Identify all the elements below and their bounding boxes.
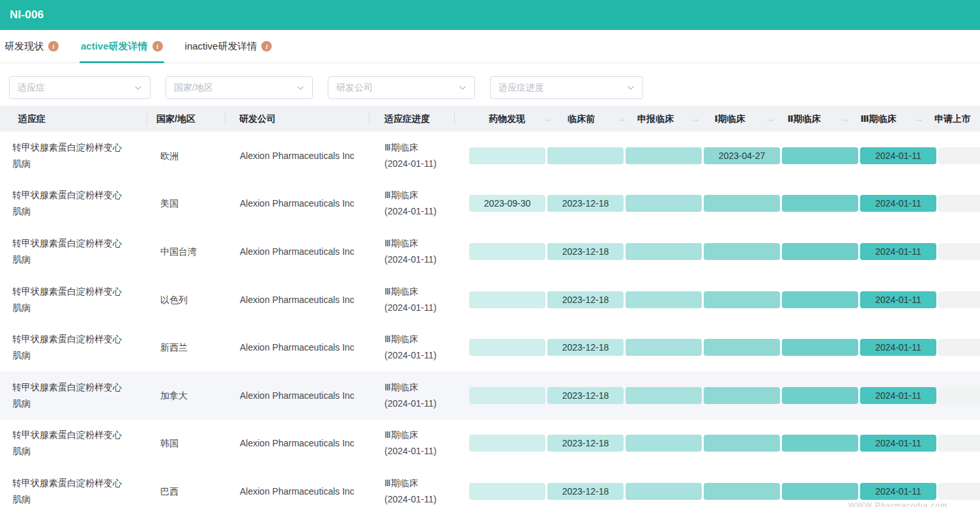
tab-active-rd-detail[interactable]: active研发详情 bbox=[79, 30, 164, 63]
phase-bar[interactable] bbox=[782, 387, 858, 404]
phase-bar[interactable]: 2024-01-11 bbox=[860, 483, 936, 500]
progress-phase: Ⅲ期临床 bbox=[384, 139, 437, 156]
phase-bar[interactable] bbox=[782, 435, 858, 452]
info-icon[interactable] bbox=[261, 41, 272, 51]
phase-bar-empty[interactable] bbox=[938, 483, 980, 500]
progress-phase: Ⅲ期临床 bbox=[384, 187, 437, 203]
tab-inactive-rd-detail[interactable]: inactive研发详情 bbox=[184, 30, 274, 63]
phase-bar[interactable]: 2023-09-30 bbox=[469, 195, 545, 212]
region-cell: 加拿大 bbox=[160, 387, 188, 403]
select-placeholder: 研发公司 bbox=[336, 82, 373, 94]
phase-bar[interactable]: 2024-01-11 bbox=[860, 147, 936, 164]
column-header-phase: Ⅲ期临床 bbox=[846, 106, 911, 132]
phase-bar[interactable] bbox=[469, 243, 545, 260]
phase-bar-empty[interactable] bbox=[938, 195, 980, 212]
phase-bar[interactable] bbox=[626, 483, 702, 500]
indication-cell: 转甲状腺素蛋白淀粉样变心肌病 bbox=[12, 235, 126, 268]
phase-bar[interactable] bbox=[704, 387, 780, 404]
phase-bar[interactable] bbox=[704, 243, 780, 260]
phase-bar[interactable] bbox=[469, 291, 545, 308]
phase-bar[interactable] bbox=[547, 147, 624, 164]
tab-label: 研发现状 bbox=[5, 40, 44, 53]
phase-bar[interactable]: 2023-12-18 bbox=[547, 243, 624, 260]
phase-bar[interactable] bbox=[782, 195, 858, 212]
tab-rd-status[interactable]: 研发现状 bbox=[3, 30, 60, 63]
phase-bar[interactable] bbox=[469, 387, 545, 404]
phase-bar-empty[interactable] bbox=[938, 147, 980, 164]
phase-bar-empty[interactable] bbox=[938, 339, 980, 356]
column-divider bbox=[147, 112, 147, 125]
phase-bar[interactable] bbox=[782, 339, 858, 356]
column-header-phase: 药物发现 bbox=[474, 106, 540, 132]
phase-bar[interactable] bbox=[626, 147, 702, 164]
column-header-region: 国家/地区 bbox=[156, 106, 195, 132]
info-icon[interactable] bbox=[152, 41, 163, 51]
region-filter-select[interactable]: 国家/地区 bbox=[166, 76, 313, 99]
company-cell: Alexion Pharmaceuticals Inc bbox=[240, 243, 354, 259]
phase-bar[interactable] bbox=[704, 195, 780, 212]
page-header: NI-006 bbox=[0, 0, 980, 30]
chevron-down-icon bbox=[627, 84, 635, 92]
table-row: 转甲状腺素蛋白淀粉样变心肌病以色列Alexion Pharmaceuticals… bbox=[0, 276, 980, 324]
column-header-indication: 适应症 bbox=[18, 106, 46, 132]
progress-cell: Ⅲ期临床(2024-01-11) bbox=[384, 187, 437, 220]
phase-bar[interactable] bbox=[626, 195, 702, 212]
progress-date: (2024-01-11) bbox=[384, 203, 437, 220]
phase-bar[interactable] bbox=[782, 483, 858, 500]
phase-bar[interactable]: 2024-01-11 bbox=[860, 435, 936, 452]
table-body: 转甲状腺素蛋白淀粉样变心肌病欧洲Alexion Pharmaceuticals … bbox=[0, 132, 980, 507]
phase-bar[interactable] bbox=[704, 483, 780, 500]
column-header-phase: 临床前 bbox=[549, 106, 614, 132]
region-cell: 巴西 bbox=[160, 483, 179, 499]
phase-bar[interactable]: 2023-12-18 bbox=[547, 483, 624, 500]
company-cell: Alexion Pharmaceuticals Inc bbox=[240, 340, 354, 356]
phase-bar-empty[interactable] bbox=[938, 387, 980, 404]
phase-bar[interactable] bbox=[782, 291, 858, 308]
progress-cell: Ⅲ期临床(2024-01-11) bbox=[384, 235, 437, 268]
indication-filter-select[interactable]: 适应症 bbox=[9, 76, 151, 99]
phase-bar[interactable]: 2023-12-18 bbox=[547, 435, 624, 452]
select-placeholder: 适应症进度 bbox=[498, 82, 544, 94]
indication-cell: 转甲状腺素蛋白淀粉样变心肌病 bbox=[12, 475, 126, 507]
phase-bar[interactable] bbox=[626, 387, 702, 404]
phase-bar[interactable] bbox=[469, 435, 545, 452]
progress-date: (2024-01-11) bbox=[384, 347, 437, 364]
phase-bar[interactable] bbox=[626, 339, 702, 356]
phase-bar[interactable] bbox=[704, 435, 780, 452]
phase-bar[interactable] bbox=[782, 243, 858, 260]
progress-cell: Ⅲ期临床(2024-01-11) bbox=[384, 331, 437, 364]
phase-bar[interactable]: 2024-01-11 bbox=[860, 291, 936, 308]
phase-bar[interactable]: 2024-01-11 bbox=[860, 195, 936, 212]
column-divider bbox=[225, 112, 225, 125]
phase-bar[interactable]: 2024-01-11 bbox=[860, 339, 936, 356]
phase-bar[interactable] bbox=[626, 291, 702, 308]
phase-bar[interactable] bbox=[469, 147, 545, 164]
progress-filter-select[interactable]: 适应症进度 bbox=[490, 76, 643, 99]
chevron-down-icon bbox=[134, 84, 142, 92]
phase-bar[interactable] bbox=[704, 339, 780, 356]
phase-bar[interactable]: 2023-12-18 bbox=[547, 387, 624, 404]
phase-bar[interactable] bbox=[626, 243, 702, 260]
select-placeholder: 国家/地区 bbox=[174, 82, 213, 94]
phase-bar[interactable] bbox=[626, 435, 702, 452]
phase-bar[interactable]: 2023-12-18 bbox=[547, 339, 624, 356]
table-row: 转甲状腺素蛋白淀粉样变心肌病韩国Alexion Pharmaceuticals … bbox=[0, 420, 980, 468]
phase-bar[interactable] bbox=[782, 147, 858, 164]
phase-bar-empty[interactable] bbox=[938, 435, 980, 452]
tab-label: inactive研发详情 bbox=[185, 40, 257, 53]
company-cell: Alexion Pharmaceuticals Inc bbox=[240, 435, 354, 452]
phase-bar[interactable] bbox=[469, 483, 545, 500]
phase-bar[interactable]: 2023-12-18 bbox=[547, 291, 624, 308]
phase-bar-empty[interactable] bbox=[938, 243, 980, 260]
phase-bar[interactable] bbox=[469, 339, 545, 356]
info-icon[interactable] bbox=[48, 41, 59, 51]
phase-bar[interactable]: 2024-01-11 bbox=[860, 387, 936, 404]
filter-bar: 适应症 国家/地区 研发公司 适应症进度 bbox=[9, 76, 980, 99]
phase-bar[interactable] bbox=[704, 291, 780, 308]
phase-bar[interactable]: 2023-04-27 bbox=[704, 147, 780, 164]
company-filter-select[interactable]: 研发公司 bbox=[328, 76, 475, 99]
phase-bar-empty[interactable] bbox=[938, 291, 980, 308]
region-cell: 中国台湾 bbox=[160, 243, 197, 259]
phase-bar[interactable]: 2024-01-11 bbox=[860, 243, 936, 260]
phase-bar[interactable]: 2023-12-18 bbox=[547, 195, 624, 212]
